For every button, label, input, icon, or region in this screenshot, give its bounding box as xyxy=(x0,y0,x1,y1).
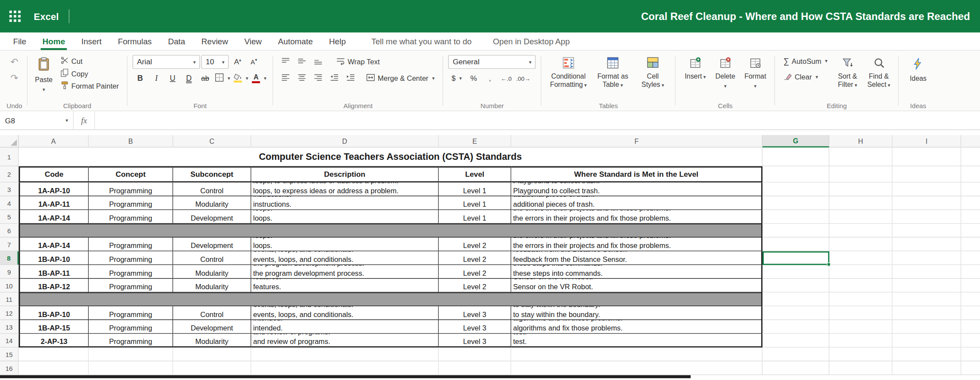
cut-button[interactable]: Cut xyxy=(58,55,122,67)
cell[interactable]: Programming xyxy=(89,306,173,320)
format-as-table-button[interactable]: Format as Table xyxy=(593,55,633,91)
cell-header[interactable]: Subconcept xyxy=(173,166,251,182)
cell[interactable] xyxy=(173,347,251,361)
cell[interactable] xyxy=(829,334,892,348)
cell[interactable]: Level 1 xyxy=(439,196,511,210)
fill-handle[interactable] xyxy=(827,263,831,267)
tab-help[interactable]: Help xyxy=(321,33,354,50)
cell[interactable]: Programming xyxy=(89,196,173,210)
cell[interactable] xyxy=(89,347,173,361)
row-header-2[interactable]: 2 xyxy=(0,166,19,182)
column-header-C[interactable]: C xyxy=(173,135,251,148)
cell[interactable]: Modularity xyxy=(173,265,251,279)
cell[interactable] xyxy=(762,334,829,348)
currency-format-button[interactable]: $ xyxy=(449,73,465,83)
selection-box-G8[interactable] xyxy=(762,251,829,265)
cell-header[interactable]: Level xyxy=(439,166,511,182)
row-header-12[interactable]: 12 xyxy=(0,306,19,320)
percent-format-button[interactable]: % xyxy=(466,71,482,85)
row-header-10[interactable]: 10 xyxy=(0,279,19,293)
cell[interactable]: feedback from the Distance Sensor.feedba… xyxy=(511,251,762,265)
row-header-9[interactable]: 9 xyxy=(0,265,19,279)
cell[interactable]: Level 3 xyxy=(439,334,511,348)
cell[interactable]: Playground to collect trash.Playground t… xyxy=(511,182,762,196)
cell[interactable]: events, loops, and conditionals.events, … xyxy=(251,306,439,320)
cell[interactable]: Level 2 xyxy=(439,265,511,279)
cell[interactable]: 1A-AP-14 xyxy=(19,210,89,224)
row-header-14[interactable]: 14 xyxy=(0,334,19,348)
cell[interactable] xyxy=(829,306,892,320)
align-left-button[interactable] xyxy=(278,71,294,85)
tab-review[interactable]: Review xyxy=(193,33,236,50)
cell[interactable] xyxy=(892,320,961,334)
cell[interactable]: 1B-AP-11 xyxy=(19,265,89,279)
cell[interactable] xyxy=(829,166,892,182)
cell[interactable] xyxy=(829,210,892,224)
cell[interactable]: Level 3 xyxy=(439,320,511,334)
cell[interactable] xyxy=(762,293,829,307)
cell[interactable] xyxy=(829,265,892,279)
cell[interactable] xyxy=(892,347,961,361)
fx-button[interactable]: fx xyxy=(74,111,95,129)
cell[interactable]: these steps into commands.these steps in… xyxy=(511,265,762,279)
cell[interactable] xyxy=(89,361,173,375)
cell[interactable] xyxy=(892,334,961,348)
sort-filter-button[interactable]: Sort & Filter xyxy=(833,55,862,91)
cell[interactable] xyxy=(892,182,961,196)
cell-header[interactable]: Code xyxy=(19,166,89,182)
cell[interactable] xyxy=(892,293,961,307)
wrap-text-button[interactable]: Wrap Text xyxy=(333,56,383,68)
cell[interactable] xyxy=(892,306,961,320)
ideas-button[interactable]: Ideas xyxy=(904,55,932,85)
number-format-select[interactable]: General xyxy=(449,55,536,69)
cell[interactable]: 1B-AP-10 xyxy=(19,251,89,265)
merge-center-button[interactable]: Merge & Center xyxy=(363,73,438,84)
tab-view[interactable]: View xyxy=(236,33,270,50)
row-header-15[interactable]: 15 xyxy=(0,347,19,361)
increase-indent-button[interactable] xyxy=(343,71,359,85)
cell-header[interactable]: Description xyxy=(251,166,439,182)
row-header-4[interactable]: 4 xyxy=(0,196,19,210)
cell[interactable]: additional pieces of trash.additional pi… xyxy=(511,196,762,210)
cell[interactable]: and review of programs.and review of pro… xyxy=(251,334,439,348)
borders-button[interactable] xyxy=(214,71,231,85)
cell-title-merged[interactable]: Computer Science Teachers Association (C… xyxy=(19,148,762,166)
separator-row-cell[interactable] xyxy=(19,293,762,307)
separator-row-cell[interactable] xyxy=(19,224,762,238)
cell[interactable]: loops.loops. xyxy=(251,238,439,251)
cell[interactable]: Sensor on the VR Robot.Sensor on the VR … xyxy=(511,279,762,293)
cell[interactable]: loops.loops. xyxy=(251,210,439,224)
cell[interactable]: Programming xyxy=(89,210,173,224)
cell[interactable] xyxy=(892,210,961,224)
cell[interactable] xyxy=(762,361,829,375)
cell[interactable] xyxy=(892,196,961,210)
cell[interactable] xyxy=(892,166,961,182)
cell[interactable]: 1B-AP-12 xyxy=(19,279,89,293)
row-header-16[interactable]: 16 xyxy=(0,361,19,375)
cell[interactable] xyxy=(762,306,829,320)
cell[interactable]: Control xyxy=(173,251,251,265)
cell[interactable] xyxy=(829,224,892,238)
cell[interactable] xyxy=(19,361,89,375)
paste-button[interactable]: Paste xyxy=(33,55,55,96)
column-header-F[interactable]: F xyxy=(511,135,762,148)
cell[interactable]: Modularity xyxy=(173,334,251,348)
cell[interactable] xyxy=(829,279,892,293)
tab-home[interactable]: Home xyxy=(34,33,73,50)
cell[interactable]: Development xyxy=(173,238,251,251)
tab-data[interactable]: Data xyxy=(160,33,193,50)
cell[interactable] xyxy=(762,265,829,279)
cell[interactable]: Development xyxy=(173,320,251,334)
cell[interactable]: 1A-AP-11 xyxy=(19,196,89,210)
column-header-I[interactable]: I xyxy=(892,135,961,148)
cell[interactable] xyxy=(762,196,829,210)
align-center-button[interactable] xyxy=(294,71,310,85)
row-header-8[interactable]: 8 xyxy=(0,251,19,265)
redo-button[interactable] xyxy=(7,71,22,85)
row-header-11[interactable]: 11 xyxy=(0,293,19,307)
cell[interactable] xyxy=(173,361,251,375)
align-bottom-button[interactable] xyxy=(311,55,326,69)
row-header-13[interactable]: 13 xyxy=(0,320,19,334)
insert-cells-button[interactable]: Insert xyxy=(681,55,709,83)
cell[interactable]: algorithms and fix those problems.algori… xyxy=(511,320,762,334)
